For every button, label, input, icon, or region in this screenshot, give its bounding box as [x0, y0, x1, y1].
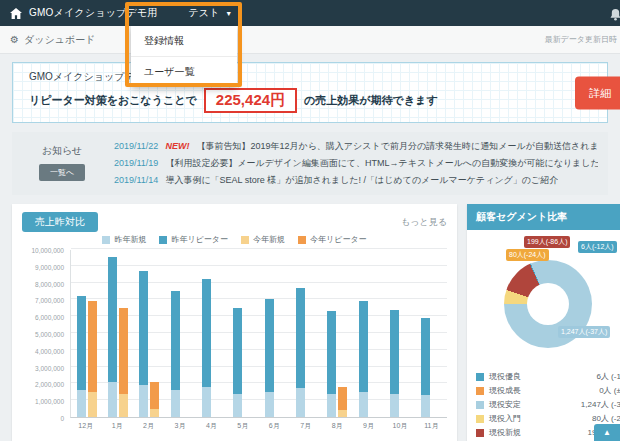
bar-stack: [233, 308, 242, 417]
bar-stack: [265, 299, 274, 417]
news-item[interactable]: 2019/11/14 導入事例に「SEAL store 様」が追加されました! …: [114, 174, 598, 187]
bar-stack: [139, 271, 148, 417]
notification-bell-icon[interactable]: [609, 7, 620, 25]
x-axis-label: 4月: [196, 421, 227, 431]
bar-group: [134, 250, 165, 417]
promo-line1: GMOメイクショップデモ用 様の場合: [29, 70, 547, 84]
detail-button[interactable]: 詳細: [575, 76, 620, 109]
bar-chart-plot: [70, 250, 447, 418]
x-axis-label: 2月: [133, 421, 164, 431]
news-text: 導入事例に「SEAL store 様」が追加されました! /「はじめてのメールマ…: [165, 174, 558, 187]
news-date: 2019/11/22: [114, 141, 158, 151]
x-axis-label: 3月: [164, 421, 195, 431]
promo-line2-suffix: の売上効果が期待できます: [304, 93, 438, 108]
segment-panel-body: 199人(-86人)80人(-24人)6人(-12人)1,247人(-37人) …: [467, 230, 620, 441]
x-axis-labels: 12月1月2月3月4月5月6月7月8月9月10月11月: [70, 421, 447, 431]
legend-color-chip: [159, 236, 167, 244]
legend-color-chip: [102, 236, 110, 244]
dropdown-item-registration[interactable]: 登録情報: [131, 26, 237, 57]
dropdown-item-user-list[interactable]: ユーザ一覧: [131, 57, 237, 87]
news-date: 2019/11/14: [114, 175, 158, 185]
bar-stack: [150, 382, 159, 417]
legend-color-chip: [476, 415, 484, 423]
promo-banner: GMOメイクショップデモ用 様の場合 リピーター対策をおこなうことで 225,4…: [12, 62, 608, 123]
account-menu[interactable]: テスト ▼: [189, 6, 233, 20]
bar-segment: [296, 388, 305, 417]
home-icon[interactable]: [10, 8, 22, 19]
bar-group: [102, 250, 133, 417]
segment-name: 現役安定: [489, 399, 521, 410]
bar-stack: [88, 301, 97, 417]
news-title: お知らせ: [42, 144, 83, 158]
bar-segment: [233, 308, 242, 394]
legend-label: 昨年新規: [114, 234, 146, 245]
donut-label: 6人(-12人): [578, 241, 617, 253]
dashboard-widgets: 売上昨対比 もっと見る 昨年新規昨年リピーター今年新規今年リピーター 01,00…: [12, 204, 608, 441]
y-axis-label: 1,000,000: [35, 398, 64, 405]
bar-segment: [88, 392, 97, 417]
bar-segment: [421, 395, 430, 417]
bar-segment: [338, 387, 347, 411]
segment-value: 80人 (-24人): [592, 413, 620, 424]
up-arrow-icon: ▲: [603, 428, 611, 437]
y-axis-label: 10,000,000: [31, 247, 64, 254]
more-link[interactable]: もっと見る: [401, 216, 447, 229]
page-title: ダッシュボード: [24, 33, 95, 47]
segment-value: 0人 (±0人): [599, 385, 620, 396]
news-item[interactable]: 2019/11/19 【利用設定必要】メールデザイン編集画面にて、HTML→テキ…: [114, 157, 598, 170]
bar-stack: [296, 288, 305, 417]
x-axis-label: 7月: [290, 421, 321, 431]
segment-panel: 顧客セグメント比率 199人(-86人)80人(-24人)6人(-12人)1,2…: [467, 204, 620, 441]
promo-line2-prefix: リピーター対策をおこなうことで: [29, 93, 197, 108]
legend-label: 今年新規: [253, 234, 285, 245]
bar-segment: [327, 394, 336, 418]
y-axis-label: 6,000,000: [35, 314, 64, 321]
bar-stack: [359, 301, 368, 417]
y-axis-label: 5,000,000: [35, 331, 64, 338]
brand-title[interactable]: GMOメイクショップデモ用: [29, 6, 158, 20]
gridline: [71, 248, 447, 249]
segment-name: 現役入門: [489, 413, 521, 424]
donut-label: 1,247人(-37人): [558, 326, 610, 338]
bar-segment: [150, 409, 159, 417]
legend-item: 昨年新規: [102, 234, 146, 245]
bar-group: [228, 250, 259, 417]
bar-segment: [108, 382, 117, 417]
account-menu-label: テスト: [189, 6, 220, 20]
bar-segment: [265, 299, 274, 391]
segment-name: 現役新規: [489, 427, 521, 438]
x-axis-label: 9月: [353, 421, 384, 431]
bar-stack: [421, 318, 430, 417]
donut-chart: 199人(-86人)80人(-24人)6人(-12人)1,247人(-37人): [476, 234, 620, 366]
segment-legend-row: 現役優良6人 (-12人): [476, 371, 620, 382]
new-badge: NEW!: [165, 141, 189, 151]
gear-icon: ⚙: [10, 34, 19, 45]
segment-value: 6人 (-12人): [596, 371, 620, 382]
news-date: 2019/11/19: [114, 158, 158, 168]
caret-down-icon: ▼: [225, 10, 232, 17]
legend-color-chip: [476, 429, 484, 437]
news-text: 【利用設定必要】メールデザイン編集画面にて、HTML→テキストメールへの自動変換…: [165, 157, 598, 170]
news-text: 【事前告知】2019年12月から、購入アシストで前月分の請求発生時に通知メールが…: [196, 140, 598, 153]
main-content: GMOメイクショップデモ用 様の場合 リピーター対策をおこなうことで 225,4…: [0, 54, 620, 441]
bar-stack: [202, 279, 211, 417]
bar-stack: [119, 308, 128, 417]
back-to-top-button[interactable]: ▲: [594, 424, 620, 441]
bar-segment: [296, 288, 305, 389]
bar-segment: [202, 279, 211, 387]
bar-segment: [202, 387, 211, 417]
segment-name: 現役優良: [489, 371, 521, 382]
news-list-button[interactable]: 一覧へ: [39, 164, 85, 181]
legend-item: 昨年リピーター: [159, 234, 228, 245]
data-updated-label: 最新データ更新日時: [545, 34, 617, 45]
bar-segment: [171, 390, 180, 417]
bar-group: [165, 250, 196, 417]
news-item[interactable]: 2019/11/22 NEW! 【事前告知】2019年12月から、購入アシストで…: [114, 140, 598, 153]
subnav: ⚙ ダッシュボード 最新データ更新日時: [0, 26, 620, 54]
x-axis-label: 5月: [227, 421, 258, 431]
y-axis-label: 8,000,000: [35, 281, 64, 288]
bar-segment: [77, 390, 86, 417]
bar-segment: [359, 392, 368, 417]
bar-stack: [171, 291, 180, 417]
y-axis-label: 9,000,000: [35, 264, 64, 271]
